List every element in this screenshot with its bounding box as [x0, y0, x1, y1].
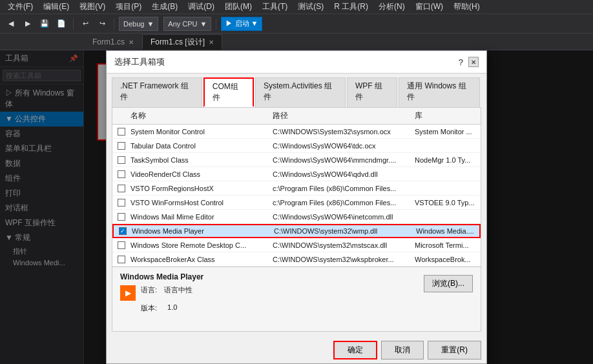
table-row[interactable]: TaskSymbol Class C:\Windows\SysWOW64\mmc… [112, 153, 481, 167]
table-row[interactable]: WorkspaceBrokerAx Class C:\WINDOWS\syste… [112, 252, 481, 267]
checkbox-3[interactable] [118, 170, 125, 178]
menu-project[interactable]: 项目(P) [110, 0, 147, 14]
detail-icon: ▶ [120, 285, 136, 301]
table-row[interactable]: System Monitor Control C:\WINDOWS\System… [112, 125, 481, 139]
dialog-tab-com[interactable]: COM组件 [203, 77, 254, 107]
menu-bar: 文件(F) 编辑(E) 视图(V) 项目(P) 生成(B) 调试(D) 团队(M… [0, 0, 593, 14]
dialog-buttons: 确定 取消 重置(R) [107, 337, 486, 363]
row-lib-7: Windows Media.... [416, 227, 474, 235]
dialog-tab-wpf[interactable]: WPF 组件 [347, 77, 397, 107]
toolbar-sep2 [114, 18, 114, 30]
dialog-title-bar: 选择工具箱项 ? ✕ [107, 51, 486, 74]
dialog-tab-net[interactable]: .NET Framework 组件 [112, 77, 202, 107]
row-name-0: System Monitor Control [130, 128, 273, 136]
tab-bar: Form1.cs ✕ Form1.cs [设计] ✕ [0, 34, 593, 50]
dialog: 选择工具箱项 ? ✕ .NET Framework 组件 COM组件 Syste… [106, 50, 487, 364]
dialog-title-controls: ? ✕ [459, 57, 479, 67]
checkbox-6[interactable] [118, 213, 125, 221]
menu-build[interactable]: 生成(B) [147, 0, 183, 14]
menu-analyze[interactable]: 分析(N) [373, 0, 410, 14]
detail-ver-label: 版本: [141, 303, 157, 313]
cpu-label: Any CPU [168, 20, 197, 28]
toolbar-back[interactable]: ◀ [4, 17, 18, 31]
menu-tools[interactable]: 工具(T) [257, 0, 293, 14]
checkbox-0[interactable] [118, 128, 125, 136]
checkbox-9[interactable] [118, 256, 125, 263]
detail-lang-row: ▶ 语言: 语言中性 [120, 285, 416, 301]
toolbar-redo[interactable]: ↪ [95, 17, 109, 31]
checkbox-7[interactable]: ✓ [119, 227, 127, 235]
row-name-8: Windows Store Remote Desktop C... [130, 241, 273, 249]
table-row[interactable]: Windows Mail Mime Editor C:\Windows\SysW… [112, 210, 481, 224]
detail-panel: Windows Media Player ▶ 语言: 语言中性 版本: 1.0 [112, 267, 481, 331]
row-path-6: C:\Windows\SysWOW64\inetcomm.dll [273, 213, 415, 221]
detail-left: Windows Media Player ▶ 语言: 语言中性 版本: 1.0 [120, 272, 416, 326]
toolbar-sep1 [73, 18, 74, 30]
menu-test[interactable]: 测试(S) [293, 0, 329, 14]
dialog-title-text: 选择工具箱项 [114, 56, 165, 68]
dialog-tab-uwp[interactable]: 通用 Windows 组件 [399, 77, 480, 107]
row-path-5: c:\Program Files (x86)\Common Files... [273, 199, 415, 207]
table-body[interactable]: System Monitor Control C:\WINDOWS\System… [112, 125, 481, 267]
row-name-7: Windows Media Player [132, 227, 274, 235]
menu-edit[interactable]: 编辑(E) [38, 0, 74, 14]
toolbar-new[interactable]: 📄 [54, 17, 68, 31]
table-row[interactable]: VideoRenderCtl Class C:\Windows\SysWOW64… [112, 167, 481, 181]
toolbar-undo[interactable]: ↩ [78, 17, 92, 31]
detail-ver-row: 版本: 1.0 [120, 303, 416, 313]
debug-arrow: ▼ [147, 20, 154, 28]
dialog-tab-activities[interactable]: System.Activities 组件 [255, 77, 346, 107]
toolbar-fwd[interactable]: ▶ [21, 17, 35, 31]
ok-button[interactable]: 确定 [333, 341, 377, 359]
table-row[interactable]: VSTO FormRegionsHostX c:\Program Files (… [112, 181, 481, 196]
table-row-selected[interactable]: ✓ Windows Media Player C:\WINDOWS\system… [112, 224, 481, 238]
row-path-7: C:\WINDOWS\system32\wmp.dll [274, 227, 416, 235]
tab-form1cs-design[interactable]: Form1.cs [设计] ✕ [142, 34, 222, 50]
toolbar-save[interactable]: 💾 [37, 17, 52, 31]
row-name-4: VSTO FormRegionsHostX [130, 185, 273, 192]
menu-rtools[interactable]: R 工具(R) [329, 0, 373, 14]
checkbox-2[interactable] [118, 156, 125, 164]
dialog-help-btn[interactable]: ? [459, 57, 463, 67]
dialog-close-btn[interactable]: ✕ [468, 57, 479, 67]
row-path-2: C:\Windows\SysWOW64\mmcndmgr.... [273, 156, 415, 164]
checkbox-4[interactable] [118, 185, 125, 192]
checkbox-1[interactable] [118, 142, 125, 150]
row-lib-2: NodeMgr 1.0 Ty... [415, 156, 475, 164]
menu-view[interactable]: 视图(V) [74, 0, 110, 14]
checkbox-8[interactable] [118, 241, 125, 249]
tab-close-form1cs-design[interactable]: ✕ [209, 39, 214, 46]
tab-close-form1cs[interactable]: ✕ [129, 39, 134, 46]
table-row[interactable]: VSTO WinFormsHost Control c:\Program Fil… [112, 196, 481, 210]
row-lib-9: WorkspaceBrok... [415, 256, 475, 263]
col-name-header: 名称 [118, 110, 273, 121]
row-path-0: C:\WINDOWS\System32\sysmon.ocx [273, 128, 415, 136]
start-btn[interactable]: ▶ 启动 ▼ [221, 17, 262, 31]
menu-debug[interactable]: 调试(D) [183, 0, 220, 14]
toolbar: ◀ ▶ 💾 📄 ↩ ↪ Debug ▼ Any CPU ▼ ▶ 启动 ▼ [0, 14, 593, 34]
detail-lang-container: 语言: 语言中性 [141, 285, 192, 301]
menu-team[interactable]: 团队(M) [220, 0, 257, 14]
row-lib-8: Microsoft Termi... [415, 241, 475, 249]
browse-button[interactable]: 浏览(B)... [424, 275, 473, 292]
debug-label: Debug [123, 20, 144, 28]
cpu-dropdown[interactable]: Any CPU ▼ [163, 17, 211, 31]
row-name-3: VideoRenderCtl Class [130, 170, 273, 178]
tab-form1cs[interactable]: Form1.cs ✕ [84, 34, 142, 50]
toolbar-sep3 [216, 18, 216, 30]
row-path-1: C:\Windows\SysWOW64\tdc.ocx [273, 142, 415, 150]
row-name-6: Windows Mail Mime Editor [130, 213, 273, 221]
checkbox-5[interactable] [118, 199, 125, 207]
cpu-arrow: ▼ [200, 20, 207, 28]
table-row[interactable]: Windows Store Remote Desktop C... C:\WIN… [112, 238, 481, 252]
col-path-header: 路径 [273, 110, 415, 121]
table-row[interactable]: Tabular Data Control C:\Windows\SysWOW64… [112, 139, 481, 153]
menu-file[interactable]: 文件(F) [3, 0, 38, 14]
menu-help[interactable]: 帮助(H) [448, 0, 485, 14]
debug-dropdown[interactable]: Debug ▼ [119, 17, 158, 31]
main-layout: 工具箱 📌 ▷ 所有 Windows 窗体 ▼ 公共控件 容器 菜单和工具栏 数… [0, 50, 593, 364]
cancel-button[interactable]: 取消 [381, 341, 424, 359]
reset-button[interactable]: 重置(R) [428, 341, 481, 359]
row-path-3: C:\Windows\SysWOW64\qdvd.dll [273, 170, 415, 178]
menu-window[interactable]: 窗口(W) [410, 0, 448, 14]
